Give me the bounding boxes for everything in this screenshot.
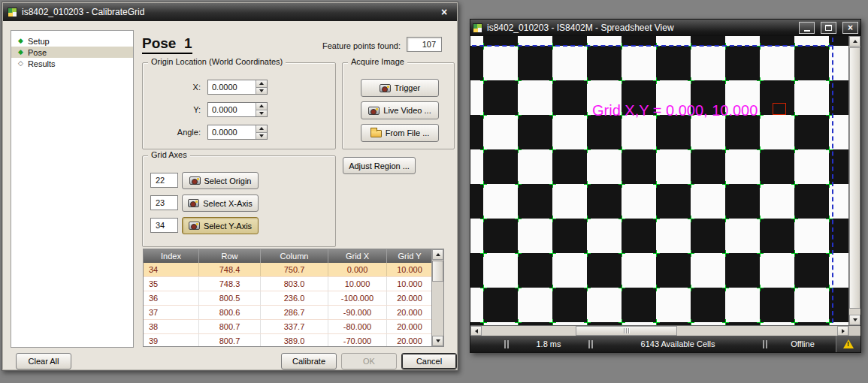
table-row[interactable]: 36800.5236.0-100.00020.000: [144, 291, 431, 306]
origin-y-input[interactable]: 0.0000: [207, 102, 268, 117]
calibration-checkerboard-image: [470, 36, 848, 325]
tree-item-setup[interactable]: ◆Setup: [11, 35, 133, 47]
feature-point-cross-icon: [480, 181, 487, 188]
axis-index-value: 23: [156, 198, 165, 207]
scroll-down-button[interactable]: [849, 315, 860, 325]
feature-point-cross-icon: [618, 181, 625, 188]
origin-field-label: X:: [147, 83, 207, 92]
feature-points-value: 107: [407, 37, 442, 52]
feature-point-cross-icon: [480, 146, 487, 153]
scroll-down-button[interactable]: [432, 336, 443, 346]
tree-item-results[interactable]: ◇Results: [11, 58, 133, 69]
horizontal-scrollbar-thumb[interactable]: [576, 326, 677, 336]
feature-point-cross-icon: [791, 77, 798, 84]
feature-point-cross-icon: [515, 77, 522, 84]
select-y-axis-button[interactable]: Select Y-Axis: [182, 217, 259, 234]
table-cell: -80.000: [328, 320, 387, 333]
table-cell: 803.0: [261, 277, 328, 291]
vertical-scrollbar[interactable]: [848, 36, 860, 325]
column-header: Row: [199, 249, 261, 263]
scroll-up-button[interactable]: [432, 249, 443, 260]
selected-point-marker: [773, 103, 786, 115]
axis-index-field[interactable]: 23: [150, 195, 178, 210]
feature-point-cross-icon: [757, 216, 764, 222]
grid-axes-group: Grid Axes 22Select Origin23Select X-Axis…: [142, 155, 336, 247]
app-icon: [473, 23, 482, 33]
live-video-button[interactable]: Live Video ...: [361, 101, 439, 119]
table-cell: -100.000: [328, 291, 387, 305]
spin-down-button[interactable]: [256, 87, 267, 95]
camera-image-view[interactable]: Grid X,Y = 0.000, 10.000: [470, 36, 848, 325]
warning-indicator[interactable]: [836, 336, 860, 352]
status-time: 1.8 ms: [511, 336, 586, 352]
up-arrow-icon: [853, 40, 857, 43]
minimize-button[interactable]: [799, 22, 815, 34]
table-row[interactable]: 39800.7389.0-70.00020.000: [144, 334, 431, 346]
feature-point-cross-icon: [515, 216, 522, 222]
table-row[interactable]: 37800.6286.7-90.00020.000: [144, 306, 431, 320]
spreadsheet-main: Grid X,Y = 0.000, 10.000: [470, 36, 860, 325]
pose-heading: Pose 1: [142, 35, 192, 54]
calibrate-button[interactable]: Calibrate: [281, 353, 337, 369]
calibrate-window-titlebar[interactable]: is8402_010203 - CalibrateGrid ×: [3, 3, 457, 21]
trigger-button[interactable]: Trigger: [361, 79, 439, 97]
spreadsheet-window-titlebar[interactable]: is8402_010203 - IS8402M - Spreadsheet Vi…: [470, 20, 860, 36]
close-icon: ×: [848, 23, 853, 32]
table-scrollbar-thumb[interactable]: [432, 261, 443, 282]
separator-bar: [588, 340, 590, 348]
maximize-button[interactable]: [821, 22, 836, 34]
feature-point-cross-icon: [515, 146, 522, 153]
table-row[interactable]: 34748.4750.70.00010.000: [144, 263, 431, 277]
ok-button[interactable]: OK: [341, 353, 397, 369]
scroll-left-button[interactable]: [470, 326, 482, 336]
feature-point-cross-icon: [688, 285, 694, 291]
tree-item-pose[interactable]: ◆Pose: [11, 47, 133, 58]
feature-point-cross-icon: [791, 146, 798, 153]
feature-point-cross-icon: [757, 77, 764, 84]
origin-angle-input[interactable]: 0.0000: [207, 125, 268, 140]
table-scrollbar[interactable]: [431, 249, 443, 346]
horizontal-scroll-row: [470, 325, 860, 336]
table-row[interactable]: 38800.7337.7-80.00020.000: [144, 320, 431, 334]
feature-point-cross-icon: [757, 285, 764, 291]
table-cell: 36: [144, 291, 199, 305]
origin-group-title: Origin Location (World Coordinates): [148, 57, 286, 66]
feature-point-cross-icon: [653, 181, 660, 188]
spinner-arrows: [256, 125, 267, 139]
adjust-region-button[interactable]: Adjust Region ...: [343, 157, 416, 174]
select-x-axis-button[interactable]: Select X-Axis: [182, 195, 259, 212]
scroll-right-button[interactable]: [837, 326, 848, 336]
table-cell: -90.000: [328, 306, 387, 319]
select-origin-button[interactable]: Select Origin: [182, 172, 259, 189]
feature-point-cross-icon: [584, 285, 591, 291]
horizontal-scrollbar[interactable]: [470, 326, 848, 336]
scroll-up-button[interactable]: [849, 36, 860, 47]
down-arrow-icon: [259, 112, 264, 115]
down-arrow-icon: [853, 318, 857, 321]
table-cell: 800.7: [199, 320, 261, 333]
table-row[interactable]: 35748.3803.010.00010.000: [144, 277, 431, 291]
button-label: Live Video ...: [383, 106, 431, 115]
cancel-button[interactable]: Cancel: [401, 353, 457, 369]
spin-up-button[interactable]: [256, 125, 267, 132]
spin-down-button[interactable]: [256, 110, 267, 117]
close-icon[interactable]: ×: [436, 6, 452, 19]
feature-point-cross-icon: [722, 216, 729, 222]
spin-down-button[interactable]: [256, 132, 267, 140]
table-cell: 10.000: [387, 277, 431, 291]
feature-point-cross-icon: [688, 216, 694, 222]
clear-all-button[interactable]: Clear All: [16, 353, 71, 369]
table-cell: 748.4: [199, 263, 261, 276]
vertical-scrollbar-thumb[interactable]: [849, 47, 860, 309]
origin-field-label: Angle:: [147, 128, 207, 137]
feature-points-table: IndexRowColumnGrid XGrid Y34748.4750.70.…: [143, 249, 444, 347]
origin-x-input[interactable]: 0.0000: [207, 80, 268, 95]
spin-up-button[interactable]: [256, 80, 267, 87]
close-button[interactable]: ×: [842, 22, 858, 34]
column-header: Grid X: [328, 249, 387, 263]
from-file-button[interactable]: From File ...: [361, 124, 439, 142]
spin-up-button[interactable]: [256, 103, 267, 110]
axis-index-field[interactable]: 34: [150, 218, 178, 233]
axis-index-field[interactable]: 22: [150, 173, 178, 188]
calibrate-grid-window: is8402_010203 - CalibrateGrid × ◆Setup◆P…: [2, 2, 458, 371]
